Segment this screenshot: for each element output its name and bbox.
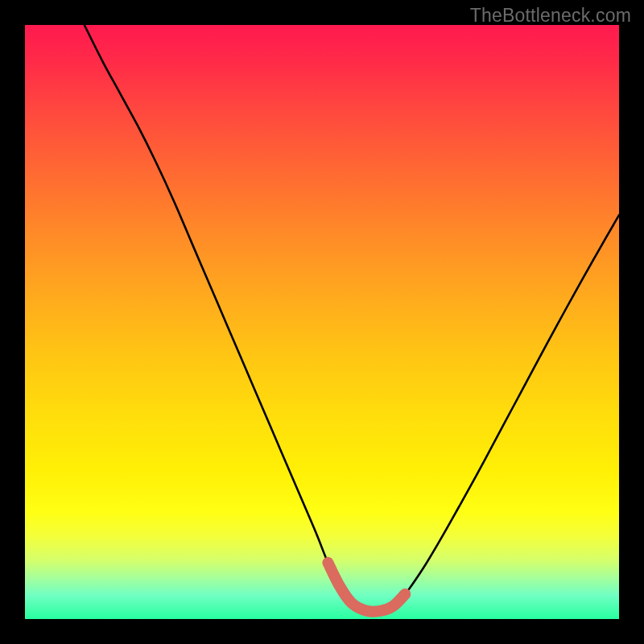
- chart-plot-area: [25, 25, 619, 619]
- chart-svg: [25, 25, 619, 619]
- bottleneck-curve-line: [85, 25, 619, 612]
- watermark-text: TheBottleneck.com: [470, 5, 631, 27]
- optimal-band-line: [328, 563, 405, 612]
